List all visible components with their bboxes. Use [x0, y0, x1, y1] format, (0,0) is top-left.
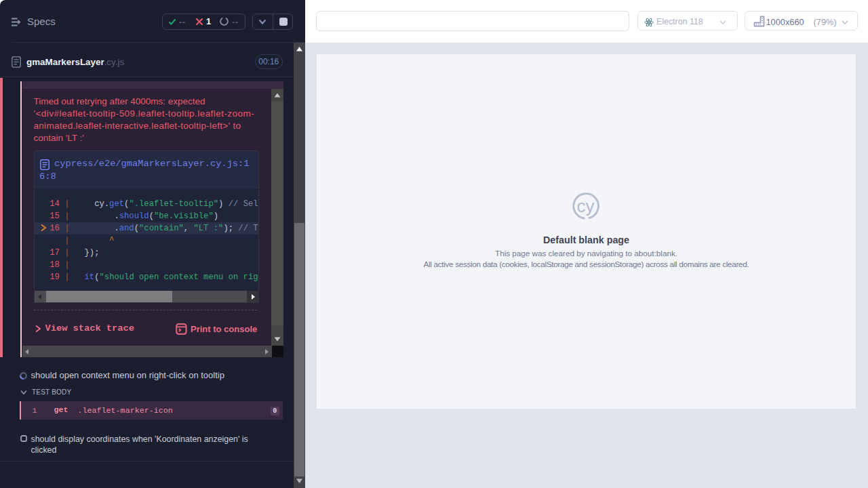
svg-text:cy: cy	[577, 196, 595, 216]
